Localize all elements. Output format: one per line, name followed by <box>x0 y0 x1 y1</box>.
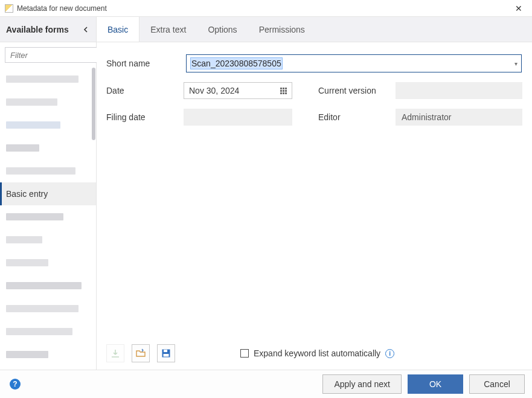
tab-permissions[interactable]: Permissions <box>248 17 316 42</box>
main-panel: Basic Extra text Options Permissions Sho… <box>97 17 532 370</box>
editor-label: Editor <box>318 112 396 122</box>
expand-keyword-checkbox[interactable]: Expand keyword list automatically i <box>240 348 394 358</box>
calendar-icon[interactable] <box>280 88 287 94</box>
tab-label: Options <box>208 25 237 34</box>
short-name-field[interactable]: Scan_20230808578505 ▾ <box>186 54 522 72</box>
list-item[interactable] <box>0 68 96 91</box>
list-item[interactable] <box>0 136 96 159</box>
import-button[interactable] <box>106 344 124 362</box>
save-button[interactable] <box>157 344 175 362</box>
window-title: Metadata for new document <box>17 4 107 13</box>
help-icon[interactable]: ? <box>10 379 21 390</box>
date-label: Date <box>106 86 184 95</box>
button-label: OK <box>429 379 441 389</box>
current-version-label: Current version <box>318 86 396 95</box>
tab-label: Basic <box>107 25 128 34</box>
list-item[interactable] <box>0 297 96 320</box>
info-icon[interactable]: i <box>385 349 394 358</box>
svg-rect-2 <box>164 354 169 357</box>
collapse-sidebar-icon[interactable] <box>80 25 91 34</box>
open-folder-button[interactable] <box>132 344 150 362</box>
tab-options[interactable]: Options <box>197 17 248 42</box>
list-item[interactable] <box>0 343 96 366</box>
cancel-button[interactable]: Cancel <box>469 374 525 394</box>
list-item[interactable] <box>0 91 96 114</box>
apply-and-next-button[interactable]: Apply and next <box>322 374 402 394</box>
expand-keyword-label: Expand keyword list automatically <box>254 348 380 358</box>
tab-basic[interactable]: Basic <box>97 17 139 42</box>
button-label: Cancel <box>484 379 510 389</box>
short-name-value: Scan_20230808578505 <box>190 57 283 69</box>
list-item[interactable] <box>0 205 96 228</box>
filing-date-field <box>184 109 292 126</box>
dropdown-icon[interactable]: ▾ <box>510 60 518 67</box>
svg-rect-1 <box>164 350 167 352</box>
editor-field: Administrator <box>396 109 522 126</box>
tabs: Basic Extra text Options Permissions <box>97 17 532 42</box>
date-value: Nov 30, 2024 <box>189 86 239 95</box>
app-icon <box>5 4 13 13</box>
sidebar-title: Available forms <box>6 25 69 34</box>
close-button[interactable]: ✕ <box>510 2 527 14</box>
button-label: Apply and next <box>334 379 390 389</box>
tab-label: Extra text <box>150 25 186 34</box>
list-item[interactable] <box>0 228 96 251</box>
ok-button[interactable]: OK <box>408 374 463 394</box>
short-name-label: Short name <box>106 59 186 68</box>
list-item-selected[interactable]: Basic entry <box>0 182 96 205</box>
sidebar: Available forms Basic entry <box>0 17 97 370</box>
forms-list[interactable]: Basic entry <box>0 68 96 370</box>
list-item[interactable] <box>0 274 96 297</box>
tab-extra-text[interactable]: Extra text <box>139 17 197 42</box>
title-bar: Metadata for new document ✕ <box>0 0 532 17</box>
sidebar-header: Available forms <box>0 17 96 42</box>
list-item[interactable] <box>0 320 96 343</box>
list-item[interactable] <box>0 159 96 182</box>
dialog-footer: ? Apply and next OK Cancel <box>0 370 532 398</box>
filing-date-label: Filing date <box>106 112 184 122</box>
list-item[interactable] <box>0 251 96 274</box>
date-field[interactable]: Nov 30, 2024 <box>184 82 292 99</box>
checkbox-box[interactable] <box>240 349 249 358</box>
current-version-field <box>396 82 522 99</box>
list-item-label: Basic entry <box>6 189 48 199</box>
tab-label: Permissions <box>259 25 305 34</box>
list-item[interactable] <box>0 114 96 136</box>
